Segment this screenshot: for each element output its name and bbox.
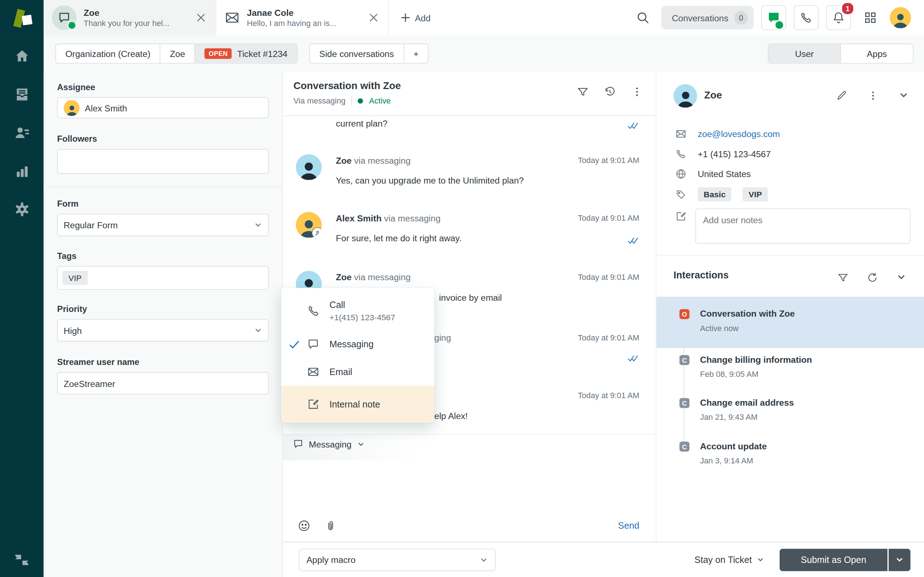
menu-item-call[interactable]: Call +1(415) 123-4567	[281, 294, 434, 330]
customer-phone: +1 (415) 123-4567	[698, 149, 771, 159]
zendesk-product-logo[interactable]	[0, 0, 44, 35]
note-icon	[675, 211, 687, 222]
chevron-down-icon[interactable]	[899, 90, 909, 102]
breadcrumb-person[interactable]: Zoe	[160, 44, 195, 63]
grid-icon	[863, 10, 877, 24]
conversations-button[interactable]: Conversations 0	[661, 6, 754, 29]
close-icon[interactable]	[367, 11, 380, 24]
kebab-icon[interactable]	[631, 86, 643, 98]
conversations-label: Conversations	[672, 13, 729, 23]
agent-avatar[interactable]	[890, 7, 911, 29]
message-fragment: current plan?	[336, 118, 388, 128]
reporting-icon[interactable]	[14, 163, 30, 179]
double-check-icon	[628, 355, 638, 362]
history-icon[interactable]	[604, 86, 616, 98]
ticket-tab-zoe[interactable]: Zoe Thank you for your hel...	[44, 0, 216, 35]
menu-item-internal-note[interactable]: Internal note	[281, 385, 434, 423]
submit-options-button[interactable]	[888, 548, 910, 571]
section-divider	[44, 187, 282, 187]
pencil-icon[interactable]	[836, 90, 848, 102]
interaction-badge-closed: C	[679, 398, 690, 408]
customer-card: Zoe zoe@lovesdogs.com +1 (415) 123-4567	[657, 72, 924, 255]
interactions-title: Interactions	[674, 270, 729, 281]
phone-icon	[675, 148, 687, 160]
ticket-tab-janae[interactable]: Janae Cole Hello, I am having an is...	[216, 0, 388, 35]
interaction-item-current[interactable]: O Conversation with Zoe Active now	[657, 297, 924, 348]
close-icon[interactable]	[195, 11, 208, 24]
breadcrumb-ticket[interactable]: OPEN Ticket #1234	[195, 44, 297, 63]
apps-grid-button[interactable]	[859, 6, 882, 29]
side-conversations-group: Side conversations +	[309, 44, 429, 64]
tab-user[interactable]: User	[769, 44, 840, 63]
chevron-down-icon[interactable]	[896, 272, 906, 283]
top-actions: Conversations 0 1	[632, 0, 924, 35]
streamer-field[interactable]: ZoeStreamer	[57, 372, 268, 395]
kebab-icon[interactable]	[867, 90, 879, 102]
admin-gear-icon[interactable]	[14, 201, 30, 217]
customer-email-link[interactable]: zoe@lovesdogs.com	[698, 129, 780, 139]
paperclip-icon[interactable]	[325, 519, 337, 532]
submit-as-open-button[interactable]: Submit as Open	[780, 548, 888, 571]
message-text: For sure, let me do it right away.	[336, 233, 462, 243]
tag-chip: VIP	[63, 271, 88, 285]
message-bubble-icon	[307, 338, 321, 350]
search-icon[interactable]	[632, 7, 654, 29]
call-panel-button[interactable]	[794, 5, 819, 30]
stay-on-ticket-dropdown[interactable]: Stay on Ticket	[695, 554, 764, 565]
top-bar: Zoe Thank you for your hel... Janae Cole…	[0, 0, 924, 35]
interaction-item[interactable]: C Change email address Jan 21, 9:43 AM	[657, 397, 924, 433]
followers-field[interactable]	[57, 149, 268, 174]
customer-email-row: zoe@lovesdogs.com	[675, 128, 780, 140]
customer-notes-row	[675, 211, 687, 222]
online-dot	[67, 21, 76, 30]
zendesk-logo-icon	[0, 0, 44, 35]
tags-field[interactable]: VIP	[57, 266, 268, 290]
apply-macro-label: Apply macro	[307, 554, 355, 565]
menu-label: Call	[330, 300, 395, 310]
phone-icon	[307, 305, 321, 318]
side-conversations-add-button[interactable]: +	[404, 44, 428, 63]
assignee-field[interactable]: Alex Smith	[57, 97, 268, 118]
breadcrumb-organization[interactable]: Organization (Create)	[56, 44, 160, 63]
zendesk-z-logo[interactable]	[13, 551, 31, 569]
breadcrumb: Organization (Create) Zoe OPEN Ticket #1…	[55, 44, 297, 64]
assignee-value: Alex Smith	[85, 103, 127, 113]
customer-context-panel: Zoe zoe@lovesdogs.com +1 (415) 123-4567	[657, 72, 924, 542]
send-button[interactable]: Send	[618, 521, 639, 531]
emoji-icon[interactable]	[297, 519, 310, 532]
customer-avatar	[674, 84, 697, 108]
divider	[352, 96, 352, 105]
side-conversations-tab[interactable]: Side conversations	[310, 44, 403, 63]
views-icon[interactable]	[14, 87, 30, 102]
form-select[interactable]: Regular Form	[57, 214, 268, 236]
menu-item-messaging[interactable]: Messaging	[281, 330, 434, 358]
interaction-item[interactable]: C Change billing information Feb 08, 9:0…	[657, 355, 924, 390]
interaction-item[interactable]: C Account update Jan 3, 9:14 AM	[657, 441, 924, 476]
customers-icon[interactable]	[14, 125, 30, 141]
message-header: Zoe via messaging	[336, 272, 411, 282]
priority-select[interactable]: High	[57, 319, 268, 342]
note-icon	[307, 398, 321, 410]
tab-subtitle: Hello, I am having an is...	[247, 18, 360, 29]
menu-item-email[interactable]: Email	[281, 358, 434, 386]
channel-selector[interactable]: Messaging	[293, 438, 364, 449]
add-label: Add	[415, 13, 431, 23]
tab-title: Zoe	[84, 7, 187, 18]
user-notes-input[interactable]	[696, 208, 911, 244]
home-icon[interactable]	[14, 48, 30, 64]
agent-avatar	[296, 212, 322, 238]
online-dot	[774, 20, 784, 30]
filter-icon[interactable]	[837, 272, 848, 283]
apply-macro-select[interactable]: Apply macro	[299, 548, 496, 571]
tab-apps[interactable]: Apps	[840, 44, 913, 63]
stay-on-ticket-label: Stay on Ticket	[695, 554, 752, 565]
customer-avatar	[296, 154, 322, 180]
filter-icon[interactable]	[577, 86, 589, 98]
notifications-button[interactable]: 1	[826, 5, 851, 30]
add-tab-button[interactable]: Add	[388, 0, 443, 35]
menu-label: Messaging	[330, 339, 373, 350]
refresh-icon[interactable]	[867, 272, 878, 283]
chevron-down-icon	[895, 555, 904, 564]
messaging-panel-button[interactable]	[761, 5, 786, 30]
tab-avatar	[52, 5, 77, 30]
